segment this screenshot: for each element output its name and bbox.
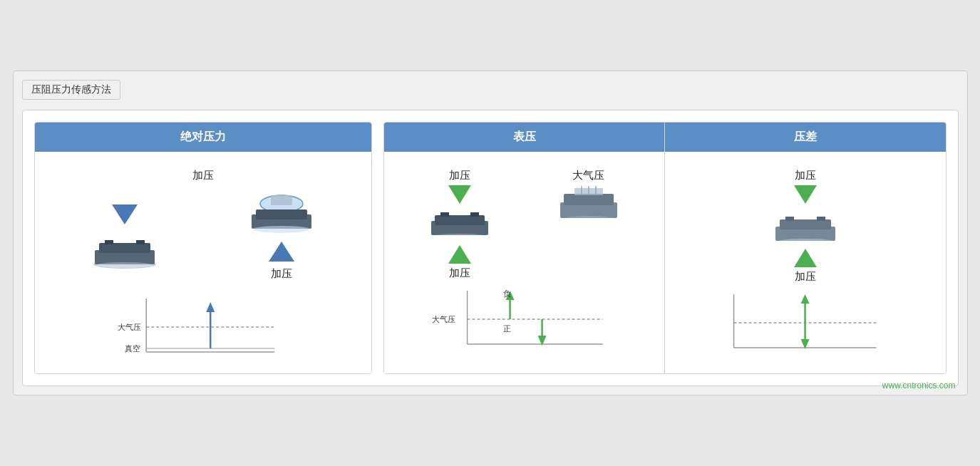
panel-gauge-body: 加压 加压	[384, 152, 664, 373]
abs-top-label: 加压	[192, 169, 214, 182]
panel-gauge-header: 表压	[384, 123, 664, 152]
gauge-top-label: 加压	[449, 169, 470, 182]
gauge-sensor-left: 加压 加压	[428, 169, 492, 280]
svg-rect-46	[817, 217, 825, 221]
svg-point-25	[433, 234, 487, 239]
svg-rect-27	[564, 194, 614, 205]
diff-sensor-col: 加压 加压	[770, 169, 841, 284]
diff-bottom-label: 加压	[795, 270, 816, 284]
svg-rect-45	[785, 217, 794, 221]
panel-right-combined: 表压 加压	[383, 122, 947, 374]
gauge-sensor-right-img	[557, 182, 621, 229]
abs-bottom-label: 加压	[271, 267, 292, 281]
svg-rect-10	[256, 209, 307, 219]
svg-rect-8	[271, 195, 292, 205]
gauge-atm-label: 大气压	[572, 169, 604, 182]
panel-absolute-body: 加压	[35, 152, 372, 373]
abs-sensor-device-right	[246, 190, 317, 236]
diff-chart-wrapper	[689, 291, 921, 358]
panel-differential-header: 压差	[665, 123, 945, 152]
svg-text:大气压: 大气压	[432, 315, 455, 323]
gauge-arrow-up-green	[448, 245, 471, 264]
diff-sensor-img	[770, 207, 841, 246]
abs-chart-wrapper: 大气压 真空	[62, 295, 344, 362]
svg-text:负: 负	[503, 289, 511, 298]
svg-text:大气压: 大气压	[118, 323, 141, 331]
svg-point-12	[254, 226, 309, 233]
svg-rect-3	[105, 240, 113, 244]
gauge-chart: 大气压 负 正	[408, 287, 640, 351]
svg-rect-23	[440, 212, 449, 217]
gauge-arrow-down-green	[448, 185, 471, 204]
gauge-chart-wrapper: 大气压 负 正	[408, 287, 640, 354]
svg-rect-2	[99, 243, 150, 253]
abs-sensor-device-left	[89, 230, 160, 269]
abs-chart: 大气压 真空	[62, 295, 344, 359]
svg-point-32	[562, 216, 616, 223]
svg-marker-52	[801, 294, 810, 304]
panel-absolute-header: 绝对压力	[35, 123, 372, 152]
panel-absolute: 绝对压力 加压	[34, 122, 373, 374]
svg-rect-4	[136, 240, 145, 244]
abs-sensor-left	[89, 202, 160, 269]
diff-arrow-down-green	[794, 185, 817, 204]
gauge-sensor-right: 大气压	[557, 169, 621, 280]
main-content: 绝对压力 加压	[22, 110, 959, 386]
gauge-bottom-label: 加压	[449, 266, 470, 280]
panel-differential: 压差 加压 加压	[664, 123, 945, 373]
svg-point-5	[96, 262, 153, 268]
diff-top-label: 加压	[795, 169, 816, 182]
panel-differential-body: 加压 加压	[665, 152, 945, 373]
diff-arrow-up-green	[794, 249, 817, 267]
svg-text:正: 正	[503, 324, 511, 333]
gauge-sensor-left-img	[428, 207, 492, 242]
svg-rect-44	[780, 219, 831, 229]
abs-diagram: 加压	[46, 190, 361, 281]
abs-sensor-right: 加压	[246, 190, 317, 281]
diff-chart	[689, 291, 921, 355]
outer-container: 压阻压力传感方法 绝对压力 加压	[13, 71, 968, 395]
abs-arrow-up-blue	[269, 242, 294, 262]
svg-marker-18	[206, 302, 215, 312]
panel-gauge: 表压 加压	[384, 123, 664, 373]
svg-point-47	[777, 239, 834, 244]
gauge-sensors-row: 加压 加压	[396, 169, 653, 280]
website-label: www.cntronics.com	[882, 380, 956, 390]
svg-text:真空: 真空	[125, 344, 140, 353]
page-title: 压阻压力传感方法	[22, 80, 120, 100]
svg-rect-22	[435, 215, 485, 225]
svg-rect-24	[470, 212, 479, 217]
abs-arrow-down-blue	[112, 204, 138, 224]
